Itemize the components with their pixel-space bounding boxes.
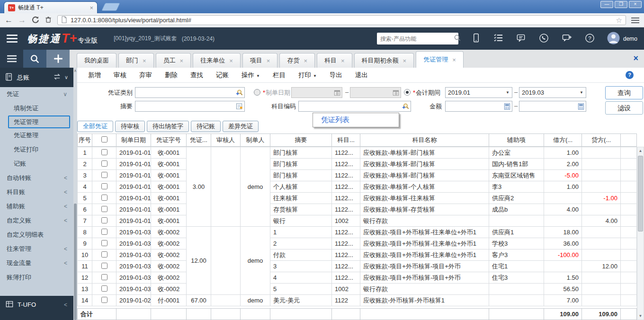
subtab-待出纳签字[interactable]: 待出纳签字 bbox=[147, 121, 189, 132]
summary-field[interactable] bbox=[135, 101, 245, 112]
col-header-auditor[interactable]: 审核人 bbox=[211, 134, 241, 147]
subtab-待审核[interactable]: 待审核 bbox=[115, 121, 145, 132]
col-header-maker[interactable]: 制单人 bbox=[241, 134, 270, 147]
row-checkbox[interactable] bbox=[101, 263, 107, 269]
row-checkbox[interactable] bbox=[101, 160, 107, 167]
row-checkbox[interactable] bbox=[101, 285, 107, 292]
sidebar-item-辅助账[interactable]: 辅助账< bbox=[0, 199, 73, 213]
col-header-code[interactable]: 科目... bbox=[332, 134, 360, 147]
col-header-amount[interactable]: 凭证... bbox=[187, 134, 211, 147]
scroll-up-icon[interactable]: ∧ bbox=[73, 69, 77, 73]
sidebar-scrollbar[interactable]: ∧ bbox=[73, 68, 77, 320]
calculator-icon[interactable] bbox=[504, 103, 510, 110]
sidebar-item-记账[interactable]: 记账 bbox=[0, 157, 73, 171]
tab-科目期初余额[interactable]: 科目期初余额× bbox=[354, 53, 414, 68]
col-header-debit[interactable]: 借方(... bbox=[544, 134, 582, 147]
table-row[interactable]: 92019-01-03收-000221122...应收账款-项目+外币核算-往来… bbox=[78, 238, 637, 249]
table-scrollbar[interactable]: ▲ ▼ bbox=[637, 147, 644, 320]
row-checkbox[interactable] bbox=[101, 195, 107, 201]
col-header-date[interactable]: 制单日期 bbox=[116, 134, 151, 147]
col-header-credit[interactable]: 贷方(... bbox=[582, 134, 621, 147]
tab-close-icon[interactable]: × bbox=[229, 57, 233, 64]
user-menu[interactable]: demo bbox=[607, 32, 637, 46]
subject-code-field[interactable] bbox=[298, 101, 411, 112]
tab-close-icon[interactable]: × bbox=[403, 57, 407, 64]
table-row[interactable]: 12019-01-01收-00013.00demo部门核算1122...应收账款… bbox=[78, 147, 637, 159]
make-date-from-input[interactable] bbox=[293, 89, 334, 96]
row-checkbox[interactable] bbox=[101, 251, 107, 258]
voucher-type-field[interactable] bbox=[135, 87, 245, 98]
sidebar-scrollbar-thumb[interactable] bbox=[74, 204, 77, 320]
message-icon[interactable] bbox=[516, 33, 526, 44]
phone-icon[interactable] bbox=[539, 33, 549, 44]
row-checkbox[interactable] bbox=[101, 172, 107, 178]
scroll-up-icon[interactable]: ▲ bbox=[637, 149, 644, 153]
table-row[interactable]: 142019-01-02付-000167.00demo美元-美元1122应收账款… bbox=[78, 295, 637, 306]
tab-员工[interactable]: 员工× bbox=[156, 53, 191, 68]
close-button[interactable]: × bbox=[629, 1, 642, 8]
tab-存货[interactable]: 存货× bbox=[279, 53, 315, 68]
sidebar-item-填制凭证[interactable]: 填制凭证 bbox=[0, 101, 73, 116]
url-input[interactable] bbox=[71, 17, 613, 24]
table-row[interactable]: 122019-01-03收-000241122...应收账款-项目+外币核算-项… bbox=[78, 272, 637, 284]
app-menu-icon[interactable] bbox=[7, 33, 18, 44]
row-checkbox[interactable] bbox=[101, 183, 107, 189]
forward-icon[interactable]: → bbox=[18, 16, 26, 24]
mobile-icon[interactable] bbox=[472, 33, 481, 44]
product-search-input[interactable] bbox=[380, 36, 454, 42]
amount-to-field[interactable] bbox=[519, 101, 586, 112]
toolbar-栏目[interactable]: 栏目 bbox=[273, 71, 286, 80]
make-date-to-input[interactable] bbox=[352, 89, 393, 96]
sidebar-item-凭证打印[interactable]: 凭证打印 bbox=[0, 142, 73, 157]
table-row[interactable]: 102019-01-03收-0002付款1122...应收账款-项目+外币核算-… bbox=[78, 249, 637, 261]
table-scrollbar-thumb[interactable] bbox=[638, 156, 643, 231]
sidebar-item-自定义明细表[interactable]: 自定义明细表 bbox=[0, 228, 73, 242]
make-date-to-field[interactable] bbox=[350, 87, 401, 98]
note-icon[interactable] bbox=[236, 103, 243, 110]
tab-close-icon[interactable]: × bbox=[304, 57, 307, 64]
tab-项目[interactable]: 项目× bbox=[242, 53, 278, 68]
row-checkbox[interactable] bbox=[101, 206, 107, 212]
col-header-summary[interactable]: 摘要 bbox=[270, 134, 332, 147]
subject-code-input[interactable] bbox=[300, 103, 402, 110]
minimize-button[interactable]: — bbox=[600, 1, 613, 8]
toolbar-记账[interactable]: 记账 bbox=[216, 71, 229, 80]
make-date-from-field[interactable] bbox=[291, 87, 342, 98]
sidebar-item-凭证整理[interactable]: 凭证整理 bbox=[0, 128, 73, 142]
bookmark-star-icon[interactable]: ☆ bbox=[616, 16, 622, 25]
col-header-chk[interactable] bbox=[92, 134, 116, 147]
close-all-tabs-icon[interactable]: × bbox=[633, 53, 638, 63]
table-row[interactable]: 22019-01-01收-0001部门核算1122...应收账款-单核算-部门核… bbox=[78, 159, 637, 170]
table-row[interactable]: 112019-01-03收-000231122...应收账款-项目+外币核算-项… bbox=[78, 261, 637, 272]
subtab-待记账[interactable]: 待记账 bbox=[191, 121, 221, 132]
toolbar-审核[interactable]: 审核 bbox=[114, 71, 126, 80]
amount-from-input[interactable] bbox=[447, 103, 504, 110]
sidebar-module-header[interactable]: 总账 ∨ bbox=[0, 68, 73, 87]
tab-我的桌面[interactable]: 我的桌面 bbox=[77, 53, 116, 68]
sidebar-item-t-ufo[interactable]: T-UFO < bbox=[0, 296, 73, 313]
period-to-select[interactable]: 2019.03 ▼ bbox=[519, 87, 586, 98]
help-icon[interactable]: ? bbox=[585, 33, 595, 44]
row-checkbox[interactable] bbox=[101, 297, 107, 303]
filter-settings-button[interactable]: 滤设 bbox=[605, 101, 643, 115]
lookup-icon[interactable] bbox=[236, 89, 243, 96]
table-row[interactable]: 62019-01-01收-0001存货核算1122...应收账款-单核算-存货核… bbox=[78, 204, 637, 215]
row-checkbox[interactable] bbox=[101, 149, 107, 155]
tab-close-icon[interactable]: × bbox=[267, 57, 270, 64]
subtab-全部凭证[interactable]: 全部凭证 bbox=[77, 121, 113, 132]
calendar-icon[interactable] bbox=[334, 89, 340, 96]
scroll-down-icon[interactable]: ▼ bbox=[637, 314, 644, 318]
sidebar-item-科目账[interactable]: 科目账< bbox=[0, 185, 73, 199]
amount-from-field[interactable] bbox=[445, 101, 512, 112]
table-row[interactable]: 82019-01-03收-000212.00demo11122...应收账款-项… bbox=[78, 227, 637, 238]
period-from-select[interactable]: 2019.01 ▼ bbox=[445, 87, 512, 98]
browser-menu-icon[interactable] bbox=[631, 16, 639, 25]
toolbar-删除[interactable]: 删除 bbox=[165, 71, 178, 80]
tab-科目[interactable]: 科目× bbox=[317, 53, 352, 68]
row-checkbox[interactable] bbox=[101, 274, 107, 280]
sidebar-item-凭证[interactable]: 凭证∨ bbox=[0, 87, 73, 101]
maximize-button[interactable]: ❐ bbox=[615, 1, 627, 8]
col-header-name[interactable]: 科目名称 bbox=[360, 134, 489, 147]
product-search-box[interactable] bbox=[377, 33, 458, 44]
table-row[interactable]: 42019-01-01收-0001个人核算1122...应收账款-单核算-个人核… bbox=[78, 181, 637, 193]
